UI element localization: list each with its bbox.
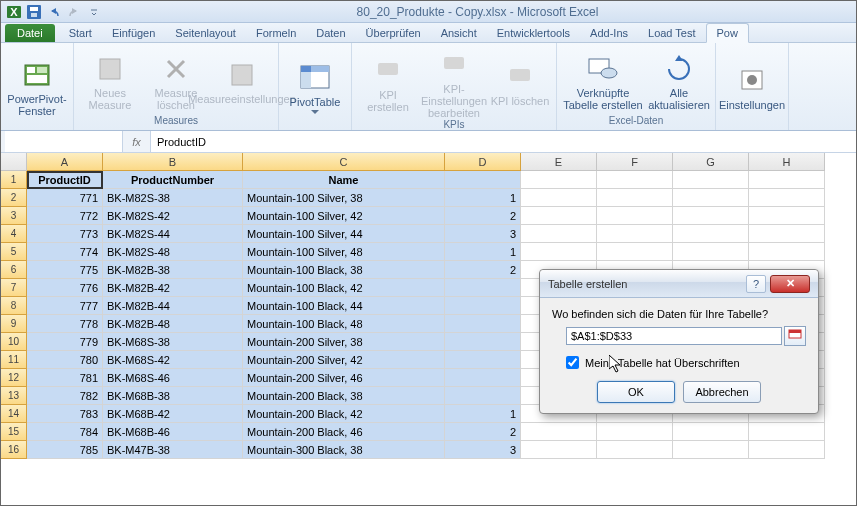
data-cell[interactable]: 778: [27, 315, 103, 333]
data-cell[interactable]: [445, 333, 521, 351]
data-cell[interactable]: Mountain-200 Silver, 42: [243, 351, 445, 369]
tab-load test[interactable]: Load Test: [638, 24, 706, 42]
data-cell[interactable]: [445, 297, 521, 315]
row-head[interactable]: 4: [1, 225, 27, 243]
empty-cell[interactable]: [597, 207, 673, 225]
tab-einfügen[interactable]: Einfügen: [102, 24, 165, 42]
data-cell[interactable]: BK-M82S-42: [103, 207, 243, 225]
tab-ansicht[interactable]: Ansicht: [431, 24, 487, 42]
row-head[interactable]: 13: [1, 387, 27, 405]
empty-cell[interactable]: [521, 243, 597, 261]
data-cell[interactable]: 773: [27, 225, 103, 243]
empty-cell[interactable]: [673, 171, 749, 189]
empty-cell[interactable]: [749, 225, 825, 243]
data-cell[interactable]: [445, 279, 521, 297]
data-cell[interactable]: Mountain-300 Black, 38: [243, 441, 445, 459]
col-head-C[interactable]: C: [243, 153, 445, 171]
row-head[interactable]: 7: [1, 279, 27, 297]
tab-add-ins[interactable]: Add-Ins: [580, 24, 638, 42]
header-cell[interactable]: ProductID: [27, 171, 103, 189]
header-cell[interactable]: ProductNumber: [103, 171, 243, 189]
data-cell[interactable]: 772: [27, 207, 103, 225]
row-head[interactable]: 8: [1, 297, 27, 315]
data-cell[interactable]: BK-M68B-38: [103, 387, 243, 405]
row-head[interactable]: 5: [1, 243, 27, 261]
data-cell[interactable]: 3: [445, 225, 521, 243]
tab-start[interactable]: Start: [59, 24, 102, 42]
tab-formeln[interactable]: Formeln: [246, 24, 306, 42]
row-head[interactable]: 10: [1, 333, 27, 351]
data-cell[interactable]: [445, 351, 521, 369]
data-cell[interactable]: 771: [27, 189, 103, 207]
header-cell[interactable]: Name: [243, 171, 445, 189]
headers-checkbox[interactable]: [566, 356, 579, 369]
empty-cell[interactable]: [749, 441, 825, 459]
header-cell[interactable]: [445, 171, 521, 189]
data-cell[interactable]: BK-M82B-42: [103, 279, 243, 297]
col-head-F[interactable]: F: [597, 153, 673, 171]
empty-cell[interactable]: [673, 423, 749, 441]
empty-cell[interactable]: [521, 207, 597, 225]
data-cell[interactable]: BK-M68S-38: [103, 333, 243, 351]
row-head[interactable]: 16: [1, 441, 27, 459]
data-cell[interactable]: [445, 315, 521, 333]
empty-cell[interactable]: [749, 207, 825, 225]
empty-cell[interactable]: [673, 189, 749, 207]
data-cell[interactable]: 781: [27, 369, 103, 387]
data-cell[interactable]: BK-M68S-42: [103, 351, 243, 369]
qat-dropdown-icon[interactable]: [85, 3, 103, 21]
tab-pow[interactable]: Pow: [706, 23, 749, 43]
data-cell[interactable]: Mountain-200 Silver, 46: [243, 369, 445, 387]
data-cell[interactable]: BK-M82S-48: [103, 243, 243, 261]
data-cell[interactable]: 783: [27, 405, 103, 423]
data-cell[interactable]: 780: [27, 351, 103, 369]
empty-cell[interactable]: [521, 423, 597, 441]
data-cell[interactable]: 2: [445, 261, 521, 279]
linked-table-button[interactable]: Verknüpfte Tabelle erstellen: [563, 49, 643, 111]
refresh-all-button[interactable]: Alle aktualisieren: [649, 49, 709, 111]
empty-cell[interactable]: [749, 243, 825, 261]
empty-cell[interactable]: [597, 225, 673, 243]
data-cell[interactable]: 2: [445, 423, 521, 441]
tab-überprüfen[interactable]: Überprüfen: [356, 24, 431, 42]
tab-daten[interactable]: Daten: [306, 24, 355, 42]
row-head[interactable]: 15: [1, 423, 27, 441]
empty-cell[interactable]: [597, 171, 673, 189]
empty-cell[interactable]: [673, 243, 749, 261]
data-cell[interactable]: 785: [27, 441, 103, 459]
data-cell[interactable]: [445, 369, 521, 387]
tab-seitenlayout[interactable]: Seitenlayout: [165, 24, 246, 42]
pivottable-button[interactable]: PivotTable: [285, 58, 345, 114]
data-cell[interactable]: Mountain-100 Silver, 38: [243, 189, 445, 207]
data-cell[interactable]: Mountain-100 Black, 38: [243, 261, 445, 279]
data-cell[interactable]: BK-M82B-38: [103, 261, 243, 279]
data-cell[interactable]: Mountain-200 Silver, 38: [243, 333, 445, 351]
data-cell[interactable]: 779: [27, 333, 103, 351]
data-cell[interactable]: 782: [27, 387, 103, 405]
row-head[interactable]: 9: [1, 315, 27, 333]
data-cell[interactable]: [445, 387, 521, 405]
empty-cell[interactable]: [749, 171, 825, 189]
data-cell[interactable]: Mountain-200 Black, 38: [243, 387, 445, 405]
row-head[interactable]: 11: [1, 351, 27, 369]
select-all-corner[interactable]: [1, 153, 27, 171]
ok-button[interactable]: OK: [597, 381, 675, 403]
headers-checkbox-label[interactable]: Meine Tabelle hat Überschriften: [566, 356, 806, 369]
data-cell[interactable]: BK-M47B-38: [103, 441, 243, 459]
data-cell[interactable]: Mountain-100 Black, 44: [243, 297, 445, 315]
empty-cell[interactable]: [749, 189, 825, 207]
data-cell[interactable]: 784: [27, 423, 103, 441]
row-head[interactable]: 3: [1, 207, 27, 225]
col-head-G[interactable]: G: [673, 153, 749, 171]
name-box[interactable]: [5, 131, 123, 152]
help-icon[interactable]: ?: [746, 275, 766, 293]
data-cell[interactable]: 776: [27, 279, 103, 297]
redo-icon[interactable]: [65, 3, 83, 21]
row-head[interactable]: 6: [1, 261, 27, 279]
data-cell[interactable]: Mountain-200 Black, 46: [243, 423, 445, 441]
data-cell[interactable]: 2: [445, 207, 521, 225]
settings-button[interactable]: Einstellungen: [722, 61, 782, 111]
data-cell[interactable]: BK-M82B-44: [103, 297, 243, 315]
empty-cell[interactable]: [521, 171, 597, 189]
data-cell[interactable]: 1: [445, 189, 521, 207]
